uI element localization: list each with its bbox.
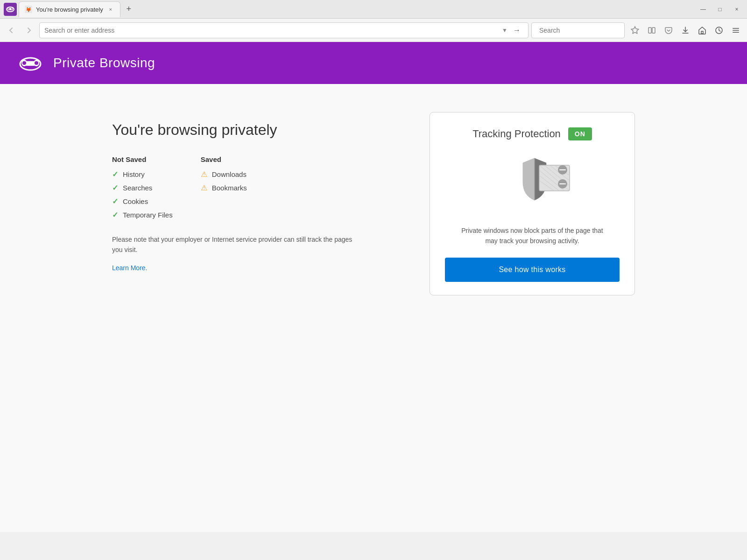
not-saved-column: Not Saved ✓ History ✓ Searches ✓ Cookies bbox=[112, 155, 173, 219]
left-panel: You're browsing privately Not Saved ✓ Hi… bbox=[112, 112, 392, 272]
svg-point-5 bbox=[11, 8, 13, 9]
list-item: ⚠ Downloads bbox=[201, 170, 247, 179]
checkmark-icon: ✓ bbox=[112, 210, 118, 219]
svg-rect-15 bbox=[733, 32, 739, 33]
svg-rect-14 bbox=[733, 30, 739, 31]
new-tab-button[interactable]: + bbox=[122, 3, 135, 16]
learn-more-link[interactable]: Learn More. bbox=[112, 264, 147, 272]
forward-button[interactable] bbox=[21, 23, 36, 38]
mask-logo-icon bbox=[19, 54, 42, 72]
svg-point-4 bbox=[8, 8, 9, 9]
see-how-button[interactable]: See how this works bbox=[445, 258, 620, 282]
item-searches: Searches bbox=[123, 184, 152, 192]
shield-illustration bbox=[488, 154, 577, 214]
private-mode-icon bbox=[4, 3, 17, 16]
svg-rect-9 bbox=[648, 28, 651, 33]
item-cookies: Cookies bbox=[123, 197, 148, 205]
navigation-bar: ▼ → bbox=[0, 19, 747, 42]
svg-rect-10 bbox=[652, 28, 655, 33]
reader-view-icon[interactable] bbox=[644, 23, 659, 38]
synced-tabs-icon[interactable] bbox=[712, 23, 726, 38]
tracking-protection-illustration bbox=[488, 154, 577, 214]
checkmark-icon: ✓ bbox=[112, 170, 118, 179]
checkmark-icon: ✓ bbox=[112, 183, 118, 192]
bookmark-star-icon[interactable] bbox=[627, 23, 642, 38]
tracking-card: Tracking Protection ON bbox=[430, 112, 635, 295]
list-item: ✓ History bbox=[112, 170, 173, 179]
svg-text:🦊: 🦊 bbox=[26, 7, 32, 13]
download-icon[interactable] bbox=[678, 23, 693, 38]
checkmark-icon: ✓ bbox=[112, 197, 118, 206]
menu-icon[interactable] bbox=[728, 23, 743, 38]
pocket-icon[interactable] bbox=[661, 23, 676, 38]
svg-point-21 bbox=[35, 61, 38, 65]
item-history: History bbox=[123, 170, 145, 178]
saved-list: ⚠ Downloads ⚠ Bookmarks bbox=[201, 170, 247, 192]
saved-title: Saved bbox=[201, 155, 247, 163]
svg-point-20 bbox=[22, 61, 26, 65]
warning-icon: ⚠ bbox=[201, 170, 207, 179]
search-input[interactable] bbox=[539, 27, 621, 34]
item-downloads: Downloads bbox=[212, 170, 247, 178]
list-item: ✓ Searches bbox=[112, 183, 173, 192]
list-item: ⚠ Bookmarks bbox=[201, 183, 247, 192]
svg-rect-11 bbox=[701, 31, 703, 34]
tracking-description: Private windows now block parts of the p… bbox=[458, 225, 607, 246]
search-box[interactable] bbox=[531, 22, 625, 38]
home-icon[interactable] bbox=[695, 23, 710, 38]
right-panel: Tracking Protection ON bbox=[430, 112, 635, 295]
saved-column: Saved ⚠ Downloads ⚠ Bookmarks bbox=[201, 155, 247, 219]
svg-rect-13 bbox=[733, 28, 739, 29]
on-badge: ON bbox=[568, 127, 592, 140]
address-dropdown-icon[interactable]: ▼ bbox=[502, 27, 507, 34]
main-heading: You're browsing privately bbox=[112, 121, 392, 139]
close-window-button[interactable]: × bbox=[730, 3, 743, 16]
list-item: ✓ Temporary Files bbox=[112, 210, 173, 219]
go-button[interactable]: → bbox=[510, 24, 523, 37]
tab-favicon: 🦊 bbox=[25, 6, 32, 13]
title-bar: 🦊 You're browsing privately × + — □ × bbox=[0, 0, 747, 19]
tab-label: You're browsing privately bbox=[36, 6, 103, 13]
not-saved-title: Not Saved bbox=[112, 155, 173, 163]
active-tab[interactable]: 🦊 You're browsing privately × bbox=[19, 1, 120, 17]
toolbar-icons bbox=[627, 23, 743, 38]
maximize-button[interactable]: □ bbox=[713, 3, 726, 16]
private-browsing-header: Private Browsing bbox=[0, 42, 747, 84]
item-bookmarks: Bookmarks bbox=[212, 184, 247, 192]
title-bar-right: — □ × bbox=[697, 3, 743, 16]
title-bar-left: 🦊 You're browsing privately × + bbox=[4, 1, 135, 17]
tracking-header: Tracking Protection ON bbox=[445, 127, 620, 140]
back-button[interactable] bbox=[4, 23, 19, 38]
main-content: You're browsing privately Not Saved ✓ Hi… bbox=[0, 84, 747, 532]
page-title: Private Browsing bbox=[53, 56, 155, 70]
not-saved-list: ✓ History ✓ Searches ✓ Cookies ✓ Tempora… bbox=[112, 170, 173, 219]
address-bar[interactable]: ▼ → bbox=[39, 22, 529, 38]
item-temp-files: Temporary Files bbox=[123, 211, 173, 219]
list-item: ✓ Cookies bbox=[112, 197, 173, 206]
tab-close-button[interactable]: × bbox=[107, 6, 114, 13]
tracking-title: Tracking Protection bbox=[472, 128, 561, 140]
warning-icon: ⚠ bbox=[201, 183, 207, 192]
columns: Not Saved ✓ History ✓ Searches ✓ Cookies bbox=[112, 155, 392, 219]
minimize-button[interactable]: — bbox=[697, 3, 710, 16]
note-text: Please note that your employer or Intern… bbox=[112, 234, 355, 255]
address-input[interactable] bbox=[44, 27, 499, 34]
